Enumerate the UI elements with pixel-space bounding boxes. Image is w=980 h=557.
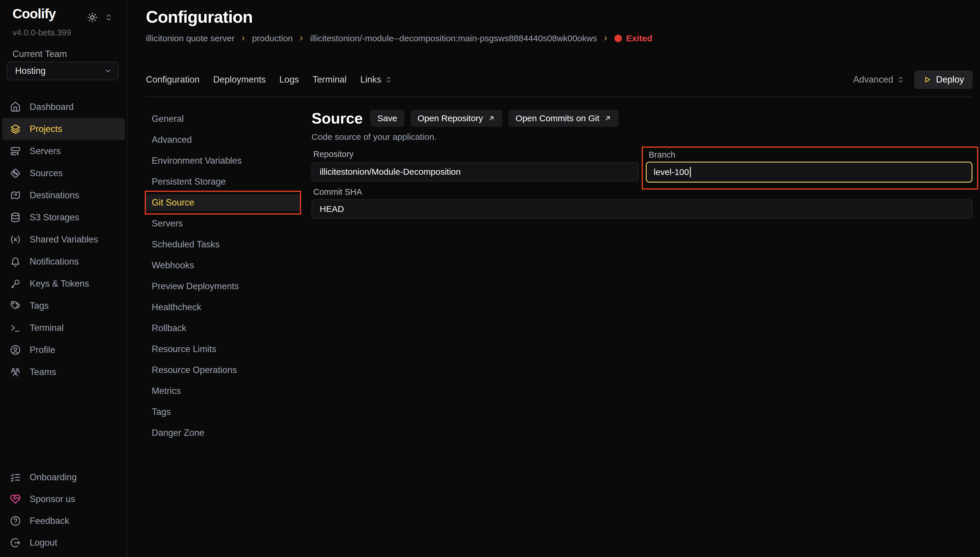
subnav-item-resource-operations[interactable]: Resource Operations — [146, 360, 301, 381]
sidebar-item-label: Terminal — [30, 323, 63, 333]
sidebar-item-sponsor-us[interactable]: Sponsor us — [2, 488, 125, 510]
commit-sha-input[interactable] — [312, 199, 972, 218]
sidebar-item-logout[interactable]: Logout — [2, 532, 125, 554]
sidebar-item-feedback[interactable]: Feedback — [2, 510, 125, 532]
sidebar-item-label: Shared Variables — [30, 234, 98, 245]
sidebar-item-label: Projects — [30, 124, 62, 134]
sidebar-item-profile[interactable]: Profile — [2, 339, 125, 361]
chevrons-up-down-icon — [897, 76, 904, 83]
source-section-header: Source Save Open Repository Open Commits… — [312, 109, 618, 127]
sidebar-item-shared-variables[interactable]: Shared Variables — [2, 228, 125, 251]
sidebar-item-label: Tags — [30, 301, 49, 311]
subnav-item-advanced[interactable]: Advanced — [146, 129, 301, 150]
sidebar-item-keys-tokens[interactable]: Keys & Tokens — [2, 273, 125, 295]
subnav-item-healthcheck[interactable]: Healthcheck — [146, 297, 301, 318]
database-icon — [10, 212, 21, 223]
sidebar-item-label: Profile — [30, 345, 55, 355]
tab-links-label: Links — [361, 75, 381, 85]
save-button[interactable]: Save — [370, 110, 404, 127]
heart-handshake-icon — [10, 493, 21, 505]
branch-input-value: level-100 — [653, 167, 689, 177]
key-icon — [10, 278, 21, 289]
sidebar-item-label: S3 Storages — [30, 212, 80, 223]
configuration-subnav: General Advanced Environment Variables P… — [146, 108, 301, 443]
breadcrumb-project[interactable]: illicitonion quote server — [146, 33, 234, 43]
sidebar-item-dashboard[interactable]: Dashboard — [2, 96, 125, 118]
users-icon — [10, 366, 21, 378]
repository-input[interactable] — [312, 162, 639, 181]
subnav-item-git-source[interactable]: Git Source — [146, 194, 301, 211]
breadcrumb-resource[interactable]: illicitestonion/-module--decomposition:m… — [310, 33, 597, 43]
chevrons-up-down-icon — [385, 76, 392, 83]
subnav-item-environment-variables[interactable]: Environment Variables — [146, 150, 301, 171]
sidebar-item-teams[interactable]: Teams — [2, 361, 125, 383]
sidebar-item-label: Destinations — [30, 190, 80, 200]
tab-logs[interactable]: Logs — [279, 75, 299, 85]
tab-bar-actions: Advanced Deploy — [853, 70, 972, 89]
branch-input[interactable]: level-100 — [646, 162, 972, 182]
theme-controls — [87, 12, 113, 23]
tab-configuration[interactable]: Configuration — [146, 75, 199, 85]
chevron-down-icon — [104, 67, 112, 75]
subnav-item-servers[interactable]: Servers — [146, 213, 301, 234]
deploy-button[interactable]: Deploy — [914, 71, 973, 89]
tab-deployments[interactable]: Deployments — [213, 75, 266, 85]
save-button-label: Save — [377, 113, 397, 123]
subnav-item-tags[interactable]: Tags — [146, 401, 301, 422]
tags-icon — [10, 300, 21, 311]
team-select[interactable]: Hosting — [7, 62, 119, 80]
open-commits-label: Open Commits on Git — [515, 113, 599, 123]
sidebar-nav: Dashboard Projects Servers Sources Desti… — [2, 96, 125, 383]
help-circle-icon — [10, 515, 21, 526]
breadcrumb-environment[interactable]: production — [252, 33, 293, 43]
sidebar-item-label: Sponsor us — [30, 494, 75, 504]
sidebar-item-label: Notifications — [30, 256, 79, 267]
breadcrumb: illicitonion quote server production ill… — [146, 33, 652, 44]
subnav-item-general[interactable]: General — [146, 108, 301, 129]
current-team-label: Current Team — [13, 49, 67, 59]
tab-terminal[interactable]: Terminal — [313, 75, 347, 85]
advanced-menu[interactable]: Advanced — [853, 75, 904, 85]
subnav-item-scheduled-tasks[interactable]: Scheduled Tasks — [146, 234, 301, 255]
sidebar-item-tags[interactable]: Tags — [2, 295, 125, 317]
chevron-right-icon — [602, 35, 609, 42]
sidebar-item-notifications[interactable]: Notifications — [2, 251, 125, 273]
sidebar-item-sources[interactable]: Sources — [2, 162, 125, 184]
subnav-item-rollback[interactable]: Rollback — [146, 318, 301, 339]
sidebar-item-projects[interactable]: Projects — [2, 118, 125, 140]
status-dot — [614, 34, 622, 42]
sidebar-item-label: Feedback — [30, 516, 69, 526]
subnav-item-preview-deployments[interactable]: Preview Deployments — [146, 276, 301, 297]
play-icon — [923, 75, 931, 84]
subnav-item-metrics[interactable]: Metrics — [146, 381, 301, 401]
sidebar-item-s3-storages[interactable]: S3 Storages — [2, 207, 125, 228]
chevron-right-icon — [240, 35, 247, 42]
terminal-icon — [10, 322, 21, 334]
sidebar-item-label: Servers — [30, 146, 61, 156]
open-commits-button[interactable]: Open Commits on Git — [509, 110, 618, 127]
list-checks-icon — [10, 472, 21, 483]
deploy-button-label: Deploy — [936, 75, 964, 85]
subnav-item-resource-limits[interactable]: Resource Limits — [146, 339, 301, 360]
sidebar-item-destinations[interactable]: Destinations — [2, 184, 125, 207]
sidebar-item-onboarding[interactable]: Onboarding — [2, 466, 125, 488]
source-description: Code source of your application. — [312, 132, 437, 142]
tab-bar: Configuration Deployments Logs Terminal … — [146, 70, 392, 89]
sun-theme-icon[interactable] — [87, 12, 98, 23]
status-badge: Exited — [614, 33, 652, 43]
subnav-item-persistent-storage[interactable]: Persistent Storage — [146, 171, 301, 192]
chevron-right-icon — [298, 35, 305, 42]
status-label: Exited — [626, 33, 652, 43]
external-link-icon — [488, 114, 495, 122]
sidebar-item-label: Dashboard — [30, 102, 74, 112]
subnav-item-webhooks[interactable]: Webhooks — [146, 255, 301, 276]
sidebar-item-terminal[interactable]: Terminal — [2, 317, 125, 339]
repository-label: Repository — [313, 150, 354, 159]
sidebar-item-servers[interactable]: Servers — [2, 140, 125, 162]
open-repository-button[interactable]: Open Repository — [411, 110, 502, 127]
chevrons-up-down-icon[interactable] — [105, 13, 113, 21]
home-icon — [10, 101, 21, 112]
tab-links[interactable]: Links — [361, 75, 392, 85]
advanced-menu-label: Advanced — [853, 75, 893, 85]
subnav-item-danger-zone[interactable]: Danger Zone — [146, 422, 301, 443]
